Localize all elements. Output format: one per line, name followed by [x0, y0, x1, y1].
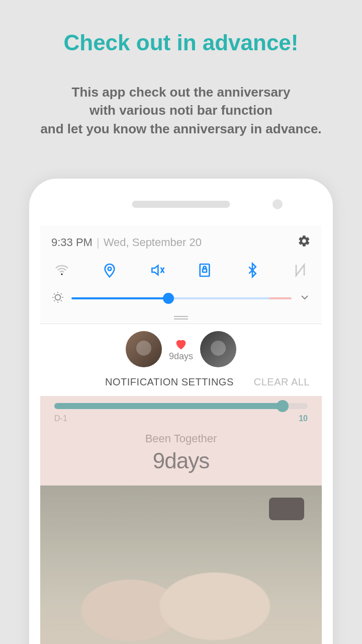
- svg-point-4: [55, 295, 61, 300]
- drag-handle-icon[interactable]: [174, 316, 188, 319]
- heart-icon: [174, 337, 188, 351]
- progress-right-label: 10: [299, 414, 308, 423]
- date-text: Wed, September 20: [104, 236, 202, 249]
- quicksettings-panel: 9:33 PM | Wed, September 20: [40, 225, 322, 324]
- bluetooth-icon[interactable]: [244, 262, 261, 279]
- avatar-left: [126, 331, 162, 367]
- phone-screen: 9:33 PM | Wed, September 20: [40, 225, 322, 644]
- progress-left-label: D-1: [54, 414, 67, 423]
- been-together-days: 9days: [40, 448, 322, 473]
- anniversary-notification[interactable]: 9days NOTIFICATION SETTINGS CLEAR ALL: [40, 324, 322, 396]
- promo-sub-line: This app check out the anniversary: [0, 83, 362, 101]
- phone-frame: 9:33 PM | Wed, September 20: [29, 179, 333, 644]
- promo-sub-line: with various noti bar function: [0, 101, 362, 119]
- rotation-lock-icon[interactable]: [196, 262, 213, 279]
- notification-settings-button[interactable]: NOTIFICATION SETTINGS: [105, 376, 234, 388]
- phone-camera: [273, 199, 283, 209]
- avatar-right: [200, 331, 236, 367]
- been-together-label: Been Together: [40, 432, 322, 445]
- app-content: D-1 10 Been Together 9days: [40, 396, 322, 644]
- clear-all-button[interactable]: CLEAR ALL: [254, 376, 310, 388]
- separator: |: [97, 236, 100, 249]
- expand-icon[interactable]: [299, 291, 311, 305]
- brightness-row: [51, 291, 311, 306]
- svg-point-0: [61, 273, 62, 275]
- promo-subtitle: This app check out the anniversary with …: [0, 83, 362, 138]
- heart-days: 9days: [169, 337, 193, 362]
- auto-brightness-icon[interactable]: [51, 291, 64, 306]
- progress-fill: [54, 403, 283, 409]
- progress-slider[interactable]: [54, 403, 308, 409]
- promo-title: Check out in advance!: [0, 30, 362, 55]
- qs-toggle-row: [51, 262, 311, 279]
- nfc-icon[interactable]: [292, 262, 309, 279]
- brightness-slider[interactable]: [71, 297, 292, 299]
- location-icon[interactable]: [101, 262, 118, 279]
- settings-icon[interactable]: [298, 234, 311, 251]
- promo-sub-line: and let you know the anniversary in adva…: [0, 120, 362, 138]
- mute-vibrate-icon[interactable]: [149, 262, 166, 279]
- qs-top-row: 9:33 PM | Wed, September 20: [51, 234, 311, 251]
- wifi-icon[interactable]: [53, 262, 70, 279]
- progress-thumb[interactable]: [277, 400, 289, 412]
- couple-photo: [40, 486, 322, 644]
- svg-point-1: [108, 267, 111, 271]
- clock-text: 9:33 PM: [51, 236, 93, 249]
- svg-rect-3: [203, 269, 207, 272]
- couple-row: 9days: [40, 331, 322, 367]
- progress-labels: D-1 10: [54, 414, 308, 423]
- notification-actions: NOTIFICATION SETTINGS CLEAR ALL: [40, 367, 322, 396]
- progress-section: D-1 10: [40, 396, 322, 423]
- wrist-watch: [269, 498, 304, 520]
- brightness-thumb[interactable]: [163, 293, 174, 304]
- noti-days-text: 9days: [169, 351, 193, 362]
- phone-speaker: [132, 201, 230, 208]
